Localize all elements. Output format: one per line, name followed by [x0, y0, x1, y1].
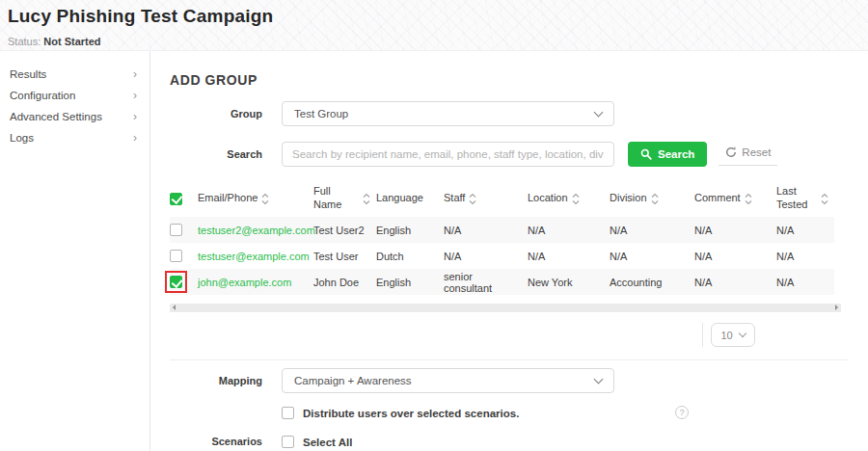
scenarios-list: Select All2FA generic login (Web Based) [282, 436, 455, 451]
email-link[interactable]: testuser2@example.com [198, 225, 315, 236]
group-select[interactable]: Test Group [282, 101, 614, 126]
cell-language: English [376, 277, 444, 288]
scenarios-label: Scenarios [170, 436, 282, 447]
scroll-right-icon[interactable] [835, 305, 838, 310]
status-label: Status: [8, 36, 41, 47]
cell-division: N/A [610, 251, 694, 262]
sort-icon[interactable] [363, 193, 370, 205]
cell-full-name: Test User2 [313, 225, 376, 236]
sort-icon[interactable] [469, 193, 476, 205]
sidebar-item-label: Advanced Settings [10, 111, 102, 122]
table-row: testuser2@example.comTest User2EnglishN/… [170, 217, 834, 243]
chevron-right-icon: › [133, 68, 137, 80]
mapping-row: Mapping Campaign + Awareness [170, 368, 868, 393]
cell-comment: N/A [694, 225, 776, 236]
cell-division: N/A [610, 225, 694, 236]
cell-last-tested: N/A [776, 277, 834, 288]
sort-icon[interactable] [572, 193, 580, 205]
cell-location: N/A [528, 251, 610, 262]
scroll-left-icon[interactable] [173, 305, 176, 310]
row-checkbox[interactable] [170, 276, 182, 288]
horizontal-scrollbar[interactable] [170, 304, 841, 312]
mapping-select[interactable]: Campaign + Awareness [282, 368, 614, 393]
column-header-label: Email/Phone [198, 192, 258, 205]
email-link[interactable]: testuser@example.com [198, 251, 310, 262]
cell-language: English [376, 225, 444, 236]
cell-full-name: John Doe [313, 277, 376, 288]
column-header-staff: Staff [444, 192, 528, 205]
cell-comment: N/A [694, 251, 776, 262]
section-title: ADD GROUP [170, 72, 868, 88]
group-row: Group Test Group [170, 101, 868, 126]
cell-last-tested: N/A [776, 225, 834, 236]
select-all-checkbox[interactable] [170, 193, 182, 205]
search-button-label: Search [658, 148, 694, 160]
column-header-comment: Comment [694, 192, 776, 205]
chevron-right-icon: › [133, 90, 137, 101]
sidebar-item-logs[interactable]: Logs› [0, 127, 149, 148]
status-line: Status: Not Started [8, 36, 868, 47]
help-icon[interactable]: ? [675, 406, 689, 419]
email-link[interactable]: john@example.com [198, 277, 291, 288]
chevron-down-icon [594, 374, 604, 384]
column-header-label: Location [528, 192, 568, 205]
cell-language: Dutch [376, 251, 444, 262]
sidebar-item-label: Results [10, 68, 46, 80]
pagination-separator [702, 323, 703, 347]
section-divider [170, 359, 849, 360]
table-header-row: Email/PhoneFull NameLanguageStaffLocatio… [170, 180, 834, 217]
page-header: Lucy Phishing Test Campaign Status: Not … [0, 0, 868, 51]
row-checkbox[interactable] [170, 250, 182, 262]
sidebar-item-configuration[interactable]: Configuration› [0, 85, 149, 106]
page-size-select[interactable]: 10 [711, 323, 755, 347]
refresh-icon [725, 146, 737, 158]
sort-icon[interactable] [821, 193, 828, 205]
group-select-value: Test Group [294, 108, 348, 119]
column-header-label: Full Name [313, 185, 359, 212]
sidebar-item-results[interactable]: Results› [0, 64, 149, 85]
table-row: john@example.comJohn DoeEnglishsenior co… [170, 269, 834, 295]
column-header-division: Division [610, 192, 694, 205]
search-button[interactable]: Search [628, 142, 707, 167]
mapping-select-value: Campaign + Awareness [294, 375, 412, 386]
column-header-label: Staff [444, 192, 465, 205]
column-header-label: Comment [694, 192, 741, 205]
search-icon [640, 148, 652, 160]
scenario-checkbox[interactable] [282, 436, 294, 448]
distribute-checkbox[interactable] [282, 407, 294, 419]
search-input[interactable] [282, 142, 614, 167]
sidebar-item-advanced-settings[interactable]: Advanced Settings› [0, 106, 149, 127]
main-content: ADD GROUP Group Test Group Search Search [150, 51, 868, 451]
table-header-checkbox-cell [170, 193, 198, 205]
cell-comment: N/A [694, 277, 776, 288]
row-checkbox-cell [170, 224, 198, 236]
cell-staff: N/A [444, 225, 528, 236]
sidebar-item-label: Configuration [10, 90, 75, 101]
status-badge: Not Started [43, 36, 100, 47]
sort-icon[interactable] [745, 193, 752, 205]
sort-icon[interactable] [261, 193, 269, 205]
column-header-full-name: Full Name [313, 185, 376, 212]
reset-button-label: Reset [742, 146, 771, 158]
recipients-table: Email/PhoneFull NameLanguageStaffLocatio… [170, 180, 834, 295]
cell-email: testuser2@example.com [198, 225, 313, 236]
cell-location: N/A [528, 225, 610, 236]
reset-button[interactable]: Reset [719, 143, 777, 166]
row-checkbox[interactable] [170, 224, 182, 236]
chevron-down-icon [594, 107, 604, 117]
cell-staff: N/A [444, 251, 528, 262]
column-header-label: Language [376, 192, 423, 205]
sidebar: Results›Configuration›Advanced Settings›… [0, 51, 150, 451]
column-header-language: Language [376, 192, 444, 205]
group-label: Group [170, 108, 282, 119]
sort-icon[interactable] [651, 193, 659, 205]
chevron-down-icon [738, 330, 746, 337]
distribute-label: Distribute users over selected scenarios… [303, 408, 519, 419]
column-header-email-phone: Email/Phone [198, 192, 313, 205]
chevron-right-icon: › [133, 111, 137, 122]
cell-email: john@example.com [198, 277, 313, 288]
cell-last-tested: N/A [776, 251, 834, 262]
page-title: Lucy Phishing Test Campaign [8, 6, 868, 27]
table-row: testuser@example.comTest UserDutchN/AN/A… [170, 243, 834, 269]
scenario-option-select-all: Select All [282, 436, 455, 448]
